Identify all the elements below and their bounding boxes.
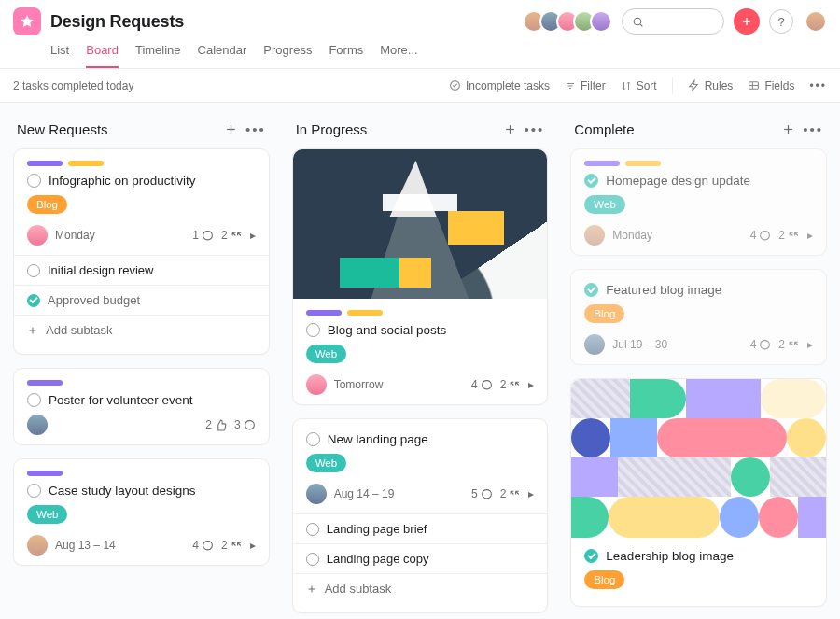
comment-count[interactable]: 4 — [750, 338, 772, 351]
comment-count[interactable]: 5 — [471, 487, 493, 500]
task-title: Infographic on productivity — [49, 174, 196, 188]
due-date: Aug 13 – 14 — [55, 539, 116, 552]
user-avatar[interactable] — [805, 10, 827, 33]
global-add-button[interactable] — [734, 8, 760, 35]
column-title: In Progress — [296, 121, 368, 137]
svg-line-1 — [640, 24, 642, 26]
task-title: Case study layout designs — [49, 484, 196, 498]
svg-point-0 — [634, 18, 641, 25]
sort-button[interactable]: Sort — [621, 79, 657, 92]
add-task-button[interactable] — [503, 122, 517, 136]
tab-forms[interactable]: Forms — [329, 37, 363, 68]
rules-label: Rules — [705, 79, 734, 92]
task-tag[interactable]: Blog — [584, 570, 624, 589]
column-more-button[interactable]: ••• — [245, 121, 266, 137]
task-tag[interactable]: Web — [584, 195, 624, 214]
task-tag[interactable]: Web — [27, 505, 67, 524]
comment-count[interactable]: 4 — [192, 539, 214, 552]
assignee-avatar[interactable] — [584, 334, 605, 355]
complete-checkbox[interactable] — [306, 553, 319, 566]
tab-list[interactable]: List — [50, 37, 69, 68]
task-tag[interactable]: Blog — [584, 304, 624, 323]
complete-checkbox[interactable] — [27, 264, 40, 277]
assignee-avatar[interactable] — [27, 415, 48, 435]
expand-icon[interactable]: ▸ — [528, 487, 534, 500]
tab-board[interactable]: Board — [86, 37, 119, 68]
task-card[interactable]: Poster for volunteer event 2 3 — [13, 368, 270, 445]
add-subtask-button[interactable]: Add subtask — [14, 315, 269, 345]
task-title: Poster for volunteer event — [49, 393, 193, 407]
add-task-button[interactable] — [781, 122, 795, 136]
completed-status: 2 tasks completed today — [13, 79, 434, 92]
like-count[interactable]: 2 — [205, 418, 227, 431]
task-title: Homepage design update — [606, 174, 750, 188]
tab-timeline[interactable]: Timeline — [135, 37, 181, 68]
column-complete: Complete ••• Homepage design update Web … — [570, 120, 827, 602]
expand-icon[interactable]: ▸ — [250, 229, 256, 242]
complete-checkbox[interactable] — [27, 174, 41, 188]
assignee-avatar[interactable] — [306, 484, 327, 504]
subtask-count[interactable]: 2 — [500, 487, 522, 500]
complete-checkbox[interactable] — [27, 294, 40, 307]
tab-more[interactable]: More... — [380, 37, 417, 68]
subtask-count[interactable]: 2 — [778, 338, 800, 351]
task-tag[interactable]: Blog — [27, 195, 67, 214]
task-tag[interactable]: Web — [306, 454, 346, 472]
due-date: Jul 19 – 30 — [612, 338, 667, 351]
fields-button[interactable]: Fields — [748, 79, 794, 92]
task-title: New landing page — [328, 432, 428, 446]
help-button[interactable]: ? — [769, 9, 793, 34]
complete-checkbox[interactable] — [27, 484, 41, 498]
add-task-button[interactable] — [224, 122, 238, 136]
expand-icon[interactable]: ▸ — [250, 539, 256, 552]
comment-count[interactable]: 3 — [234, 418, 256, 431]
column-new-requests: New Requests ••• Infographic on producti… — [13, 120, 270, 602]
tab-calendar[interactable]: Calendar — [198, 37, 247, 68]
add-subtask-button[interactable]: Add subtask — [293, 573, 548, 603]
tab-progress[interactable]: Progress — [263, 37, 312, 68]
column-more-button[interactable]: ••• — [525, 121, 545, 137]
comment-count[interactable]: 4 — [471, 378, 493, 391]
task-card[interactable]: Leadership blog image Blog — [570, 378, 827, 607]
subtask-count[interactable]: 2 — [221, 229, 243, 242]
complete-checkbox[interactable] — [584, 549, 598, 563]
comment-count[interactable]: 4 — [750, 229, 772, 242]
task-card[interactable]: Case study layout designs Web Aug 13 – 1… — [13, 458, 270, 566]
project-members[interactable] — [528, 10, 612, 33]
complete-checkbox[interactable] — [584, 174, 598, 188]
assignee-avatar[interactable] — [584, 225, 605, 246]
due-date: Monday — [612, 229, 652, 242]
toolbar-more-button[interactable]: ••• — [809, 79, 827, 92]
task-tag[interactable]: Web — [306, 345, 346, 363]
complete-checkbox[interactable] — [306, 523, 319, 536]
task-card[interactable]: New landing page Web Aug 14 – 19 5 2 ▸ L… — [292, 418, 549, 613]
task-card[interactable]: Homepage design update Web Monday 4 2 ▸ — [570, 148, 827, 256]
column-more-button[interactable]: ••• — [803, 121, 823, 137]
subtask-count[interactable]: 2 — [500, 378, 522, 391]
complete-checkbox[interactable] — [27, 393, 41, 407]
incomplete-tasks-filter[interactable]: Incomplete tasks — [449, 79, 550, 92]
task-card[interactable]: Infographic on productivity Blog Monday … — [13, 148, 270, 355]
expand-icon[interactable]: ▸ — [807, 338, 813, 351]
subtask-title: Approved budget — [48, 293, 140, 307]
board-toolbar: 2 tasks completed today Incomplete tasks… — [0, 69, 840, 103]
complete-checkbox[interactable] — [306, 432, 320, 446]
subtask-count[interactable]: 2 — [221, 539, 243, 552]
task-title: Leadership blog image — [606, 549, 734, 563]
assignee-avatar[interactable] — [27, 225, 48, 246]
task-title: Blog and social posts — [328, 323, 447, 337]
search-input[interactable] — [622, 8, 724, 35]
expand-icon[interactable]: ▸ — [528, 378, 534, 391]
comment-count[interactable]: 1 — [192, 229, 214, 242]
expand-icon[interactable]: ▸ — [807, 229, 813, 242]
complete-checkbox[interactable] — [584, 283, 598, 297]
rules-button[interactable]: Rules — [688, 79, 734, 92]
filter-button[interactable]: Filter — [565, 79, 606, 92]
assignee-avatar[interactable] — [27, 535, 48, 556]
task-card[interactable]: Blog and social posts Web Tomorrow 4 2 ▸ — [292, 148, 549, 405]
card-cover-image — [571, 379, 826, 538]
subtask-count[interactable]: 2 — [778, 229, 800, 242]
complete-checkbox[interactable] — [306, 323, 320, 337]
task-card[interactable]: Featured blog image Blog Jul 19 – 30 4 2… — [570, 269, 827, 365]
assignee-avatar[interactable] — [306, 374, 327, 395]
